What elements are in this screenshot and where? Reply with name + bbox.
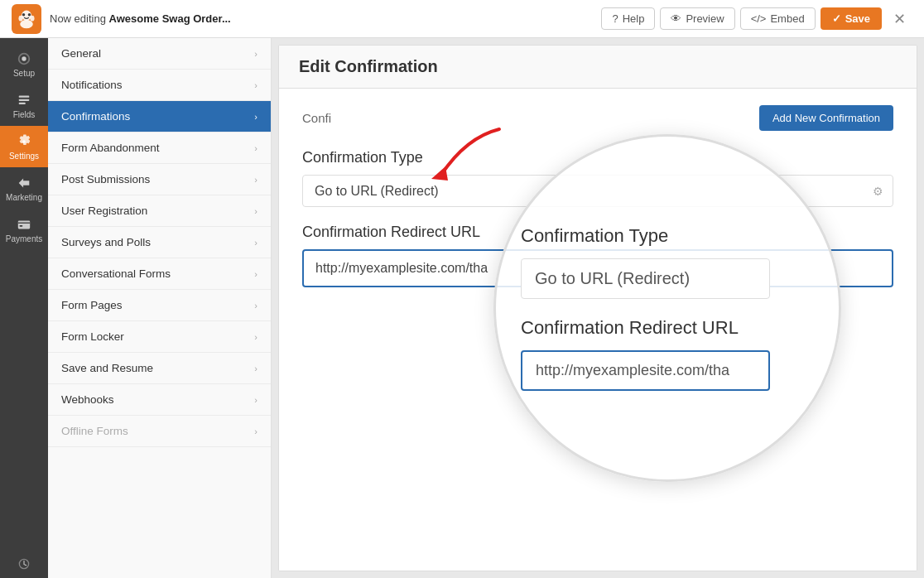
menu-item-form-pages[interactable]: Form Pages › — [48, 290, 271, 321]
save-button[interactable]: ✓ Save — [821, 7, 882, 30]
menu-item-webhooks[interactable]: Webhooks › — [48, 384, 271, 416]
menu-item-notifications[interactable]: Notifications › — [48, 70, 271, 101]
menu-item-general[interactable]: General › — [48, 38, 271, 70]
main-layout: Setup Fields Settings Marketing — [0, 38, 924, 578]
logo — [12, 4, 41, 34]
menu-item-offline-forms: Offline Forms › — [48, 416, 271, 447]
chevron-right-icon: › — [254, 143, 257, 153]
url-input[interactable] — [302, 249, 893, 287]
menu-item-conversational-forms[interactable]: Conversational Forms › — [48, 258, 271, 290]
chevron-right-icon: › — [254, 238, 257, 248]
svg-rect-10 — [18, 221, 30, 229]
sidebar-item-fields[interactable]: Fields — [0, 84, 48, 126]
type-select[interactable]: Go to URL (Redirect) — [302, 175, 893, 207]
menu-item-post-submissions[interactable]: Post Submissions › — [48, 164, 271, 195]
editing-title: Now editing Awesome Swag Order... — [50, 12, 593, 25]
svg-point-2 — [22, 13, 25, 16]
sidebar-item-setup[interactable]: Setup — [0, 43, 48, 84]
menu-item-save-resume[interactable]: Save and Resume › — [48, 353, 271, 384]
chevron-right-icon: › — [254, 112, 257, 122]
chevron-right-icon: › — [254, 49, 257, 59]
eye-icon: 👁 — [671, 12, 681, 25]
content-area: Edit Confirmation Confi Add New Confirma… — [272, 38, 924, 578]
menu-item-form-locker[interactable]: Form Locker › — [48, 321, 271, 353]
confirmation-header: Confi Add New Confirmation — [302, 105, 893, 131]
page-title: Edit Confirmation — [299, 57, 438, 76]
svg-rect-9 — [19, 103, 26, 104]
chevron-right-icon: › — [254, 206, 257, 216]
help-button[interactable]: ? Help — [601, 7, 655, 30]
svg-rect-11 — [20, 225, 23, 227]
check-icon: ✓ — [832, 12, 841, 25]
svg-point-3 — [28, 13, 31, 16]
svg-point-6 — [22, 56, 26, 60]
type-label: Confirmation Type — [302, 149, 893, 166]
svg-point-1 — [20, 19, 33, 27]
chevron-right-icon: › — [254, 80, 257, 90]
chevron-right-icon: › — [254, 175, 257, 185]
close-button[interactable]: ✕ — [887, 7, 912, 31]
help-icon: ? — [612, 12, 618, 25]
confirmation-type-group: Confirmation Type Go to URL (Redirect) — [302, 149, 893, 207]
icon-sidebar: Setup Fields Settings Marketing — [0, 38, 48, 578]
sidebar-item-settings[interactable]: Settings — [0, 126, 48, 167]
confirmation-content: Confi Add New Confirmation Confirmation … — [279, 89, 917, 571]
chevron-right-icon: › — [254, 301, 257, 311]
chevron-right-icon: › — [254, 332, 257, 342]
type-select-wrapper: Go to URL (Redirect) — [302, 175, 893, 207]
topbar: Now editing Awesome Swag Order... ? Help… — [0, 0, 924, 38]
embed-button[interactable]: </> Embed — [740, 7, 816, 30]
menu-item-confirmations[interactable]: Confirmations › — [48, 101, 271, 132]
sidebar-bottom — [0, 548, 48, 578]
svg-point-5 — [30, 15, 34, 21]
menu-item-form-abandonment[interactable]: Form Abandonment › — [48, 132, 271, 164]
svg-point-4 — [18, 15, 22, 21]
menu-item-user-registration[interactable]: User Registration › — [48, 195, 271, 227]
add-confirmation-button[interactable]: Add New Confirmation — [759, 105, 893, 131]
panel-header: Edit Confirmation — [279, 46, 917, 89]
code-icon: </> — [751, 12, 767, 25]
chevron-right-icon: › — [254, 364, 257, 373]
svg-rect-8 — [19, 99, 30, 101]
sidebar-item-history[interactable] — [0, 548, 48, 578]
menu-sidebar: General › Notifications › Confirmations … — [48, 38, 272, 578]
sidebar-item-marketing[interactable]: Marketing — [0, 167, 48, 209]
chevron-right-icon: › — [254, 269, 257, 279]
svg-rect-7 — [19, 96, 30, 98]
confirmation-title: Confi — [302, 111, 331, 125]
menu-item-surveys-polls[interactable]: Surveys and Polls › — [48, 227, 271, 258]
chevron-right-icon: › — [254, 426, 257, 436]
redirect-url-group: Confirmation Redirect URL — [302, 224, 893, 287]
chevron-right-icon: › — [254, 395, 257, 405]
sidebar-item-payments[interactable]: Payments — [0, 209, 48, 250]
topbar-actions: ? Help 👁 Preview </> Embed ✓ Save ✕ — [601, 7, 912, 31]
url-label: Confirmation Redirect URL — [302, 224, 893, 241]
main-panel: Edit Confirmation Confi Add New Confirma… — [278, 45, 917, 571]
preview-button[interactable]: 👁 Preview — [660, 7, 734, 30]
